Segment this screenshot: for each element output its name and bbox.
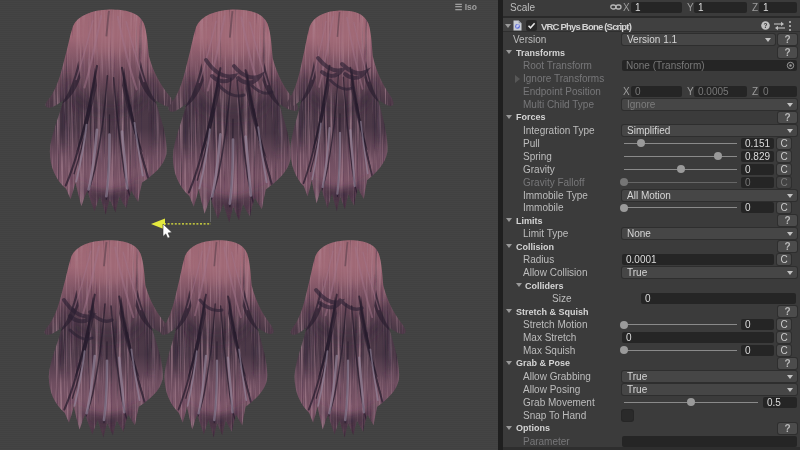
svg-text:#: # bbox=[516, 24, 519, 29]
svg-text:?: ? bbox=[764, 22, 768, 29]
